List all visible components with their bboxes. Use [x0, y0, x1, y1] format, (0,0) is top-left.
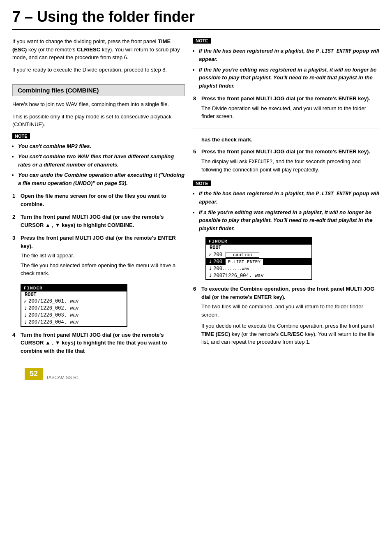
plist-popup: P.LIST ENTRY	[226, 259, 263, 265]
finder-file-s1: 200	[213, 252, 222, 258]
finder-screen-2: FINDER ROOT ✓ 200 --caution-- ♩ 200 P.LI…	[205, 237, 312, 280]
music-icon-s3: ♩	[209, 266, 212, 272]
step-3: 3 Press the front panel MULTI JOG dial (…	[12, 234, 185, 279]
section-intro1: Here's how to join two WAV files, combin…	[12, 100, 185, 109]
note-content-right-1: If the file has been registered in a pla…	[193, 45, 380, 90]
finder-file-s4: 20071226_004. wav	[213, 273, 263, 279]
step-2: 2 Turn the front panel MULTI JOG dial (o…	[12, 213, 185, 229]
right-note-item-2b: If a file you're editing was registered …	[199, 208, 380, 233]
section-intro2: This is possible only if the play mode i…	[12, 113, 185, 129]
finder-title-1: FINDER	[21, 285, 127, 291]
finder-file-s3: 200........wav	[213, 266, 249, 272]
finder-row-s2: ♩ 200 P.LIST ENTRY	[206, 258, 311, 265]
page-container: 7 – Using the folder finder If you want …	[0, 0, 392, 405]
finder-row-1: ✓ 20071226_001. wav	[21, 298, 127, 305]
note-box-right-1: NOTE If the file has been registered in …	[193, 37, 380, 90]
note-label-right-2: NOTE	[193, 180, 211, 186]
section-header: Combining files (COMBINE)	[12, 84, 185, 96]
right-column: NOTE If the file has been registered in …	[193, 37, 380, 360]
intro-para2: If you're ready to execute the Divide op…	[12, 66, 185, 74]
step-content-4: Turn the front panel MULTI JOG dial (or …	[21, 331, 185, 355]
step-num-2: 2	[12, 213, 18, 229]
caution-label: --caution--	[226, 252, 260, 258]
footer: 52 TASCAM SS-R1	[12, 368, 380, 380]
music-icon-s2: ♩	[209, 259, 212, 265]
note-item-3: You can undo the Combine operation after…	[18, 171, 185, 187]
finder-title-2: FINDER	[206, 238, 311, 245]
page-title: 7 – Using the folder finder	[12, 8, 380, 30]
music-icon-4: ♩	[24, 319, 27, 326]
step-content-8: Press the front panel MULTI JOG dial (or…	[201, 95, 380, 122]
note-content-right-2: If the file has been registered in a pla…	[193, 188, 380, 232]
finder-screen-1: FINDER ROOT ✓ 20071226_001. wav ♩ 200712…	[21, 284, 127, 327]
finder-row-4: ♩ 20071226_004. wav	[21, 319, 127, 326]
step-4: 4 Turn the front panel MULTI JOG dial (o…	[12, 331, 185, 355]
footer-page-number: 52	[25, 368, 43, 380]
right-note-item-1b: If the file you're editing was registere…	[199, 66, 380, 90]
finder-row-root-1: ROOT	[21, 291, 127, 298]
step-num-6: 6	[193, 285, 199, 348]
note-item-2: You can't combine two WAV files that hav…	[18, 153, 185, 169]
footer-product-label: TASCAM SS-R1	[46, 375, 79, 380]
step-8: 8 Press the front panel MULTI JOG dial (…	[193, 95, 380, 122]
music-icon-3: ♩	[24, 312, 27, 319]
note-label-right-1: NOTE	[193, 38, 211, 44]
finder-row-s4: ♩ 20071226_004. wav	[206, 272, 311, 279]
finder-file-3: 20071226_003. wav	[28, 312, 78, 318]
finder-row-3: ♩ 20071226_003. wav	[21, 312, 127, 319]
finder-row-2: ♩ 20071226_002. wav	[21, 305, 127, 312]
step-content-6: To execute the Combine operation, press …	[201, 285, 380, 348]
finder-file-1: 20071226_001. wav	[28, 298, 78, 304]
check-icon-s1: ✓	[209, 252, 212, 258]
has-check-mark-text: has the check mark.	[193, 136, 380, 144]
check-icon-1: ✓	[24, 298, 27, 305]
finder-file-s2: 200	[213, 259, 222, 265]
note-content-left: You can't combine MP3 files. You can't c…	[12, 141, 185, 187]
music-icon-s4: ♩	[209, 273, 212, 279]
step-content-2: Turn the front panel MULTI JOG dial (or …	[21, 213, 185, 229]
finder-file-2: 20071226_002. wav	[28, 305, 78, 311]
left-column: If you want to change the dividing point…	[12, 37, 185, 360]
finder-row-s3: ♩ 200........wav	[206, 265, 311, 272]
note-label-left: NOTE	[12, 133, 30, 139]
step-content-1: Open the file menu screen for one of the…	[21, 192, 185, 208]
finder-row-s1: ✓ 200 --caution--	[206, 251, 311, 258]
step-6: 6 To execute the Combine operation, pres…	[193, 285, 380, 348]
step-5: 5 Press the front panel MULTI JOG dial (…	[193, 148, 380, 175]
finder-row-root-2: ROOT	[206, 245, 311, 251]
finder-file-4: 20071226_004. wav	[28, 319, 78, 325]
right-note-item-1a: If the file has been registered in a pla…	[199, 47, 380, 63]
step-1: 1 Open the file menu screen for one of t…	[12, 192, 185, 208]
note-box-left: NOTE You can't combine MP3 files. You ca…	[12, 133, 185, 187]
step-num-3: 3	[12, 234, 18, 279]
note-box-right-2: NOTE If the file has been registered in …	[193, 180, 380, 232]
step-content-5: Press the front panel MULTI JOG dial (or…	[201, 148, 380, 175]
step-num-4: 4	[12, 331, 18, 355]
intro-para1: If you want to change the dividing point…	[12, 37, 185, 62]
note-item-1: You can't combine MP3 files.	[18, 142, 185, 150]
step-num-5: 5	[193, 148, 199, 175]
step-content-3: Press the front panel MULTI JOG dial (or…	[21, 234, 185, 279]
step-num-1: 1	[12, 192, 18, 208]
section-divider	[193, 129, 380, 129]
music-icon-2: ♩	[24, 305, 27, 312]
two-column-layout: If you want to change the dividing point…	[12, 37, 380, 360]
right-note-item-2a: If the file has been registered in a pla…	[199, 190, 380, 206]
step-num-8: 8	[193, 95, 199, 122]
